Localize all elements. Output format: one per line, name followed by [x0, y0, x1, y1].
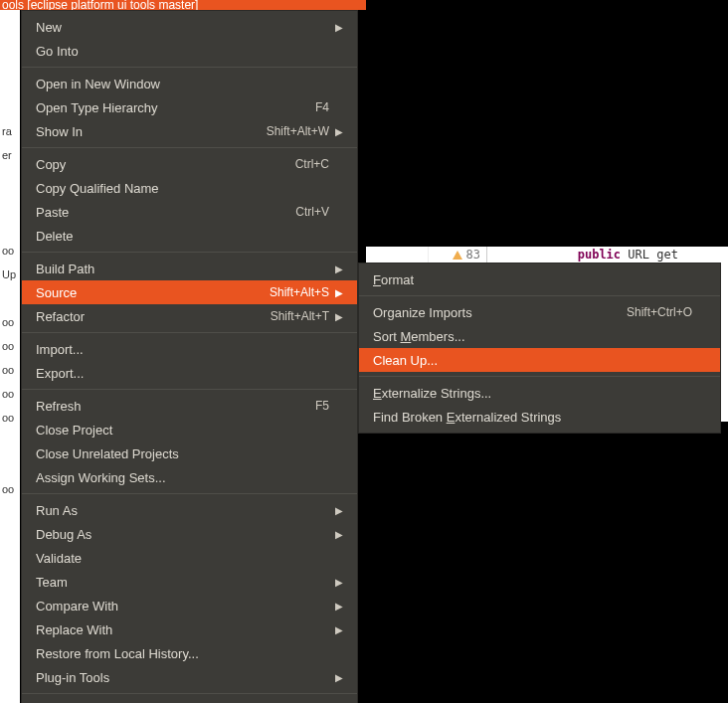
submenu-item-clean-up[interactable]: Clean Up... [359, 348, 720, 372]
menu-item-accelerator: F5 [315, 399, 329, 413]
chevron-right-icon: ▶ [329, 529, 343, 540]
chevron-right-icon: ▶ [329, 22, 343, 33]
menu-item-run-as[interactable]: Run As▶ [22, 498, 357, 522]
menu-item-label: Close Unrelated Projects [36, 446, 329, 461]
menu-item-accelerator: Shift+Alt+W [267, 124, 329, 138]
chevron-right-icon: ▶ [329, 505, 343, 516]
source-submenu[interactable]: FormatOrganize ImportsShift+Ctrl+OSort M… [358, 263, 721, 434]
menu-separator [22, 252, 357, 253]
menu-item-go-into[interactable]: Go Into [22, 39, 357, 63]
menu-separator [22, 332, 357, 333]
menu-item-label: Refresh [36, 399, 315, 414]
chevron-right-icon: ▶ [329, 577, 343, 588]
menu-separator [359, 376, 720, 377]
menu-item-open-type-hierarchy[interactable]: Open Type HierarchyF4 [22, 95, 357, 119]
menu-item-label: New [36, 20, 329, 35]
menu-item-compare-with[interactable]: Compare With▶ [22, 594, 357, 617]
menu-item-debug-as[interactable]: Debug As▶ [22, 522, 357, 546]
menu-item-paste[interactable]: PasteCtrl+V [22, 200, 357, 224]
submenu-item-label: Find Broken Externalized Strings [373, 410, 692, 425]
menu-item-properties[interactable]: PropertiesAlt+Enter [22, 698, 357, 703]
menu-item-label: Import... [36, 342, 329, 357]
gutter-line: 83 [429, 247, 486, 263]
menu-item-label: Open Type Hierarchy [36, 100, 315, 115]
chevron-right-icon: ▶ [329, 311, 343, 322]
submenu-item-accelerator: Shift+Ctrl+O [627, 305, 692, 319]
menu-item-label: Paste [36, 205, 295, 220]
chevron-right-icon: ▶ [329, 601, 343, 612]
menu-item-label: Close Project [36, 423, 329, 438]
menu-item-label: Copy Qualified Name [36, 181, 329, 196]
menu-separator [359, 295, 720, 296]
submenu-item-label: Clean Up... [373, 353, 692, 368]
menu-item-source[interactable]: SourceShift+Alt+S▶ [22, 280, 357, 304]
chevron-right-icon: ▶ [329, 264, 343, 274]
chevron-right-icon: ▶ [329, 624, 343, 635]
menu-item-accelerator: Ctrl+V [295, 205, 329, 219]
menu-item-label: Show In [36, 124, 267, 139]
menu-item-import[interactable]: Import... [22, 337, 357, 361]
menu-item-label: Refactor [36, 309, 271, 324]
menu-separator [22, 67, 357, 68]
submenu-item-sort-members[interactable]: Sort Members... [359, 324, 720, 348]
submenu-item-externalize-strings[interactable]: Externalize Strings... [359, 381, 720, 405]
menu-item-refresh[interactable]: RefreshF5 [22, 394, 357, 418]
menu-item-accelerator: Shift+Alt+S [270, 285, 329, 299]
menu-item-label: Copy [36, 157, 295, 172]
menu-item-label: Replace With [36, 622, 329, 637]
menu-item-close-unrelated-projects[interactable]: Close Unrelated Projects [22, 441, 357, 465]
menu-item-restore-from-local-history[interactable]: Restore from Local History... [22, 641, 357, 665]
menu-item-accelerator: F4 [315, 100, 329, 114]
menu-item-accelerator: Shift+Alt+T [271, 309, 329, 323]
menu-item-label: Source [36, 285, 270, 300]
menu-item-label: Validate [36, 551, 329, 566]
chevron-right-icon: ▶ [329, 126, 343, 137]
menu-item-label: Plug-in Tools [36, 670, 329, 685]
menu-item-plug-in-tools[interactable]: Plug-in Tools▶ [22, 665, 357, 689]
menu-item-copy[interactable]: CopyCtrl+C [22, 152, 357, 176]
menu-separator [22, 389, 357, 390]
menu-item-label: Go Into [36, 44, 329, 59]
menu-item-replace-with[interactable]: Replace With▶ [22, 617, 357, 641]
menu-item-label: Run As [36, 503, 329, 518]
submenu-item-label: Sort Members... [373, 329, 692, 344]
menu-item-label: Compare With [36, 599, 329, 614]
menu-item-copy-qualified-name[interactable]: Copy Qualified Name [22, 176, 357, 200]
menu-separator [22, 493, 357, 494]
chevron-right-icon: ▶ [329, 287, 343, 298]
menu-item-label: Restore from Local History... [36, 646, 329, 661]
menu-item-export[interactable]: Export... [22, 361, 357, 385]
left-text-strip: ra er oo Up oo oo oo oo oo oo [0, 0, 20, 703]
menu-item-label: Delete [36, 229, 329, 244]
window-titlebar: ools [eclipse platform ui tools master] [0, 0, 366, 10]
submenu-item-organize-imports[interactable]: Organize ImportsShift+Ctrl+O [359, 300, 720, 324]
menu-item-label: Team [36, 575, 329, 590]
menu-item-show-in[interactable]: Show InShift+Alt+W▶ [22, 119, 357, 143]
submenu-item-label: Externalize Strings... [373, 386, 692, 401]
code-line: public URL get [491, 247, 728, 263]
menu-item-refactor[interactable]: RefactorShift+Alt+T▶ [22, 304, 357, 328]
warning-icon [453, 251, 462, 260]
submenu-item-find-broken-externalized-strings[interactable]: Find Broken Externalized Strings [359, 405, 720, 429]
menu-separator [22, 147, 357, 148]
submenu-item-label: Organize Imports [373, 305, 627, 320]
menu-item-assign-working-sets[interactable]: Assign Working Sets... [22, 465, 357, 489]
menu-item-label: Debug As [36, 527, 329, 542]
menu-item-new[interactable]: New▶ [22, 15, 357, 39]
menu-item-label: Export... [36, 366, 329, 381]
menu-item-label: Build Path [36, 262, 329, 276]
submenu-item-format[interactable]: Format [359, 267, 720, 291]
menu-item-open-in-new-window[interactable]: Open in New Window [22, 72, 357, 95]
menu-item-build-path[interactable]: Build Path▶ [22, 257, 357, 280]
menu-item-close-project[interactable]: Close Project [22, 418, 357, 441]
menu-separator [22, 693, 357, 694]
submenu-item-label: Format [373, 272, 692, 287]
menu-item-delete[interactable]: Delete [22, 224, 357, 248]
menu-item-team[interactable]: Team▶ [22, 570, 357, 594]
menu-item-validate[interactable]: Validate [22, 546, 357, 570]
menu-item-label: Open in New Window [36, 77, 329, 91]
menu-item-label: Assign Working Sets... [36, 470, 329, 485]
chevron-right-icon: ▶ [329, 672, 343, 683]
menu-item-accelerator: Ctrl+C [295, 157, 329, 171]
context-menu[interactable]: New▶Go IntoOpen in New WindowOpen Type H… [21, 10, 358, 703]
